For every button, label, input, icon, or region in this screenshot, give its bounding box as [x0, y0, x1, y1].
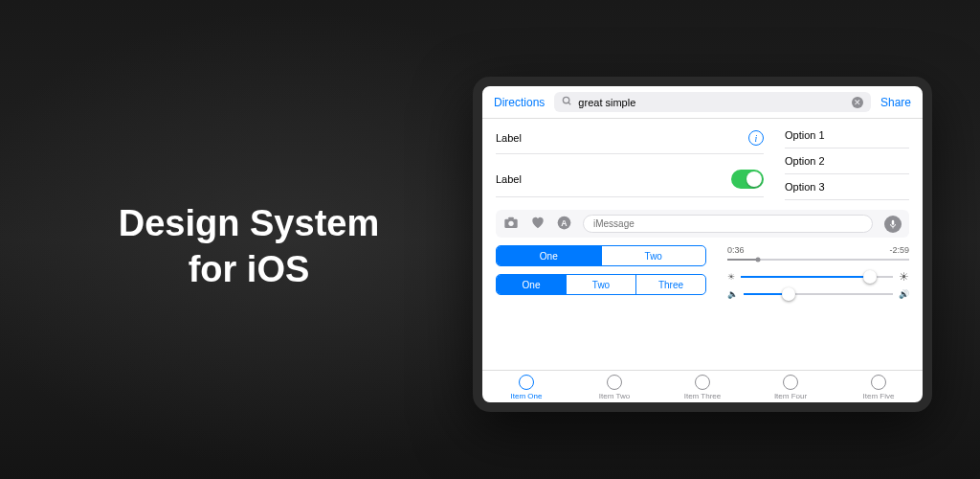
hero-line-1: Design System [119, 203, 379, 243]
mic-icon[interactable] [884, 216, 902, 233]
volume-low-icon: 🔈 [727, 289, 738, 299]
option-item[interactable]: Option 1 [785, 123, 909, 148]
toggle-switch[interactable] [731, 170, 764, 189]
search-input[interactable] [578, 97, 846, 108]
message-input-bar: A [496, 210, 909, 238]
circle-icon [607, 375, 622, 390]
volume-high-icon: 🔊 [899, 289, 909, 299]
segment[interactable]: Three [635, 275, 705, 294]
tab-item[interactable]: Item Four [746, 375, 835, 400]
option-item[interactable]: Option 3 [785, 174, 909, 200]
svg-point-4 [508, 221, 513, 226]
directions-link[interactable]: Directions [494, 96, 545, 109]
hero-line-2: for iOS [189, 249, 310, 289]
segment[interactable]: Two [566, 275, 635, 294]
clear-search-icon[interactable]: ✕ [852, 97, 863, 108]
search-icon [562, 96, 572, 108]
circle-icon [695, 375, 710, 390]
segmented-control-3[interactable]: One Two Three [496, 274, 706, 295]
brightness-low-icon: ☀ [727, 272, 735, 282]
search-field[interactable]: ✕ [554, 92, 871, 112]
info-icon[interactable]: i [748, 130, 764, 146]
tab-label: Item Two [599, 392, 630, 400]
tab-item[interactable]: Item One [482, 375, 570, 400]
navigation-bar: Directions ✕ Share [482, 86, 923, 119]
remaining-time: -2:59 [889, 245, 909, 255]
circle-icon [519, 375, 534, 390]
playback-time-row: 0:36 -2:59 [727, 245, 909, 255]
tab-bar: Item One Item Two Item Three Item Four I… [482, 370, 923, 402]
imessage-input[interactable] [583, 215, 873, 233]
circle-icon [871, 375, 886, 390]
tab-item[interactable]: Item Three [658, 375, 746, 400]
tab-item[interactable]: Item Five [835, 375, 923, 400]
heart-icon[interactable] [530, 216, 546, 232]
svg-text:A: A [561, 217, 568, 227]
list-row-switch: Label [496, 162, 764, 197]
svg-rect-3 [508, 217, 513, 220]
volume-slider[interactable]: 🔈 🔊 [727, 289, 909, 299]
svg-point-0 [564, 97, 569, 103]
hero-title: Design System for iOS [77, 201, 421, 292]
share-link[interactable]: Share [880, 96, 911, 109]
tablet-frame: Directions ✕ Share Label i Label [473, 77, 932, 412]
tab-label: Item Three [684, 392, 722, 400]
circle-icon [783, 375, 798, 390]
brightness-slider[interactable]: ☀ ☀ [727, 270, 909, 284]
segmented-control-2[interactable]: One Two [496, 245, 706, 266]
tab-label: Item One [511, 392, 543, 400]
segment[interactable]: Two [601, 246, 706, 265]
list-row-label: Label [496, 173, 522, 185]
elapsed-time: 0:36 [727, 245, 745, 255]
svg-rect-7 [892, 219, 895, 224]
segment[interactable]: One [497, 246, 601, 265]
option-item[interactable]: Option 2 [785, 148, 909, 174]
list-row-label: Label [496, 132, 522, 144]
appstore-icon[interactable]: A [557, 216, 571, 233]
tab-label: Item Five [863, 392, 895, 400]
brightness-high-icon: ☀ [899, 270, 909, 284]
camera-icon[interactable] [503, 216, 519, 232]
svg-line-1 [568, 103, 570, 104]
tab-item[interactable]: Item Two [570, 375, 658, 400]
tab-label: Item Four [774, 392, 807, 400]
segment[interactable]: One [497, 275, 566, 294]
list-row-info[interactable]: Label i [496, 123, 764, 154]
playback-scrubber[interactable] [727, 259, 909, 261]
